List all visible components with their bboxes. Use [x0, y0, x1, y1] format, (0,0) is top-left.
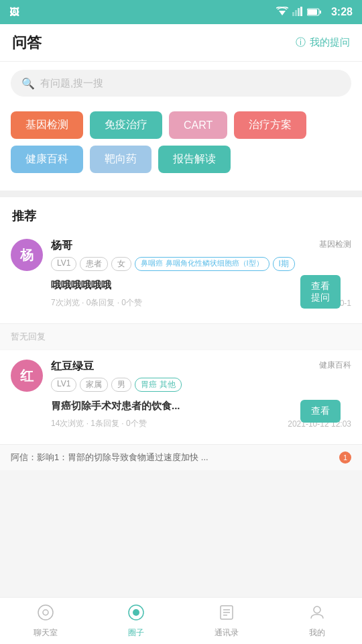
card-2-stats: 14次浏览 · 1条回复 · 0个赞: [51, 418, 147, 429]
bottom-nav: 聊天室 圈子 通讯录 我的: [0, 597, 362, 644]
badge-stage: I期: [273, 257, 295, 271]
search-input[interactable]: 有问题,搜一搜: [40, 77, 103, 90]
wifi-icon: [276, 7, 288, 18]
search-icon: 🔍: [21, 77, 35, 90]
svg-point-8: [38, 605, 53, 620]
tag-immune-btn[interactable]: 免疫治疗: [90, 111, 162, 139]
card-1-avatar: 杨: [11, 239, 43, 271]
card-2-name: 红豆绿豆: [51, 360, 351, 374]
tag-cart-btn[interactable]: CART: [169, 111, 227, 139]
status-left: 🖼: [9, 7, 276, 17]
card-2-header: 红 红豆绿豆 LV1 家属 男 胃癌 其他: [11, 360, 351, 396]
svg-rect-4: [300, 7, 302, 16]
card-2-reply: 阿信：影响1：胃部的切除导致食物通过速度加快 ... 1: [0, 444, 362, 470]
my-questions-label: 我的提问: [310, 36, 350, 49]
badge-patient: 患者: [80, 257, 108, 271]
tags-row-2: 健康百科 靶向药 报告解读: [11, 146, 351, 173]
nav-circle[interactable]: 圈子: [90, 600, 181, 643]
card-2-avatar: 红: [11, 360, 43, 392]
card-2-content: 胃癌切除手术对患者的饮食... 查看 14次浏览 · 1条回复 · 0个赞 20…: [11, 400, 351, 439]
recommended-title: 推荐: [0, 197, 362, 229]
card-1-category: 基因检测: [319, 239, 351, 250]
card-1-body: 基因检测 杨 杨哥 LV1 患者 女 鼻咽癌 鼻咽角化性鳞状细胞癌（I型） I期: [0, 229, 362, 318]
badge-family: 家属: [80, 378, 108, 392]
my-questions-btn[interactable]: ⓘ 我的提问: [296, 36, 350, 49]
card-1-content: 哦哦哦哦哦哦 查看 提问 7次浏览 · 0条回复 · 0个赞 2021-10-1: [11, 279, 351, 318]
card-1-tags: LV1 患者 女 鼻咽癌 鼻咽角化性鳞状细胞癌（I型） I期: [51, 257, 351, 271]
nav-contacts-label: 通讯录: [215, 627, 239, 639]
badge-male: 男: [111, 378, 131, 392]
search-box[interactable]: 🔍 有问题,搜一搜: [11, 70, 351, 97]
tag-treatment-btn[interactable]: 治疗方案: [234, 111, 306, 139]
question-circle-icon: ⓘ: [296, 36, 306, 49]
tag-gene-btn[interactable]: 基因检测: [11, 111, 83, 139]
card-1-ask-btn[interactable]: 查看 提问: [300, 275, 341, 309]
nav-mine-label: 我的: [309, 627, 325, 639]
badge-diagnosis: 鼻咽癌 鼻咽角化性鳞状细胞癌（I型）: [135, 257, 269, 271]
svg-rect-1: [292, 12, 294, 16]
section-divider: [0, 191, 362, 197]
app-header: 问答 ⓘ 我的提问: [0, 24, 362, 62]
nav-circle-label: 圈子: [128, 627, 144, 639]
reply-count-badge: 1: [339, 451, 351, 464]
view-label: 查看: [311, 405, 330, 416]
svg-point-9: [43, 610, 48, 615]
tag-health-btn[interactable]: 健康百科: [11, 146, 83, 173]
badge-lv1-2: LV1: [51, 378, 76, 392]
signal-icon: [292, 7, 303, 18]
svg-marker-0: [279, 11, 286, 15]
svg-rect-2: [295, 10, 297, 16]
btn-view-label: 查看: [311, 280, 330, 292]
page-title: 问答: [12, 33, 42, 53]
card-1-name: 杨哥: [51, 239, 351, 253]
svg-point-16: [314, 606, 320, 613]
card-2-category: 健康百科: [319, 360, 351, 371]
main-content: 🔍 有问题,搜一搜 基因检测 免疫治疗 CART 治疗方案 健康百科 靶向药 报…: [0, 62, 362, 521]
card-1-no-reply: 暂无回复: [0, 323, 362, 350]
nav-chat-label: 聊天室: [34, 627, 58, 639]
nav-chat[interactable]: 聊天室: [0, 600, 90, 643]
card-1-stats: 7次浏览 · 0条回复 · 0个赞: [51, 297, 142, 309]
badge-stomach: 胃癌 其他: [135, 378, 181, 392]
svg-rect-7: [320, 10, 321, 13]
status-bar: 🖼 3:28: [0, 0, 362, 24]
battery-icon: [307, 7, 322, 18]
tags-row-1: 基因检测 免疫治疗 CART 治疗方案: [11, 111, 351, 139]
contacts-icon: [218, 604, 235, 625]
nav-mine[interactable]: 我的: [272, 600, 362, 643]
time-display: 3:28: [331, 6, 353, 18]
tag-report-btn[interactable]: 报告解读: [158, 146, 231, 173]
card-2-body: 健康百科 红 红豆绿豆 LV1 家属 男 胃癌 其他 胃癌切除手术对患者的饮食.…: [0, 350, 362, 439]
image-status-icon: 🖼: [9, 7, 19, 17]
circle-icon: [127, 604, 145, 625]
category-tags: 基因检测 免疫治疗 CART 治疗方案 健康百科 靶向药 报告解读: [0, 105, 362, 191]
badge-lv1: LV1: [51, 257, 76, 271]
status-icons: 3:28: [276, 6, 353, 18]
svg-point-11: [133, 609, 139, 616]
btn-ask-label: 提问: [311, 292, 330, 303]
mine-icon: [308, 604, 326, 625]
badge-female: 女: [111, 257, 131, 271]
card-1: 基因检测 杨 杨哥 LV1 患者 女 鼻咽癌 鼻咽角化性鳞状细胞癌（I型） I期: [0, 229, 362, 350]
chat-icon: [37, 604, 54, 625]
search-section: 🔍 有问题,搜一搜: [0, 62, 362, 105]
reply-text: 阿信：影响1：胃部的切除导致食物通过速度加快 ...: [11, 451, 334, 464]
card-2-tags: LV1 家属 男 胃癌 其他: [51, 378, 351, 392]
card-2: 健康百科 红 红豆绿豆 LV1 家属 男 胃癌 其他 胃癌切除手术对患者的饮食.…: [0, 350, 362, 470]
card-2-view-btn[interactable]: 查看: [300, 400, 341, 423]
svg-rect-3: [298, 8, 300, 16]
card-1-header: 杨 杨哥 LV1 患者 女 鼻咽癌 鼻咽角化性鳞状细胞癌（I型） I期: [11, 239, 351, 275]
nav-contacts[interactable]: 通讯录: [181, 600, 272, 643]
svg-rect-6: [308, 9, 317, 15]
card-1-info: 杨哥 LV1 患者 女 鼻咽癌 鼻咽角化性鳞状细胞癌（I型） I期: [51, 239, 351, 275]
card-2-info: 红豆绿豆 LV1 家属 男 胃癌 其他: [51, 360, 351, 396]
tag-target-btn[interactable]: 靶向药: [90, 146, 152, 173]
